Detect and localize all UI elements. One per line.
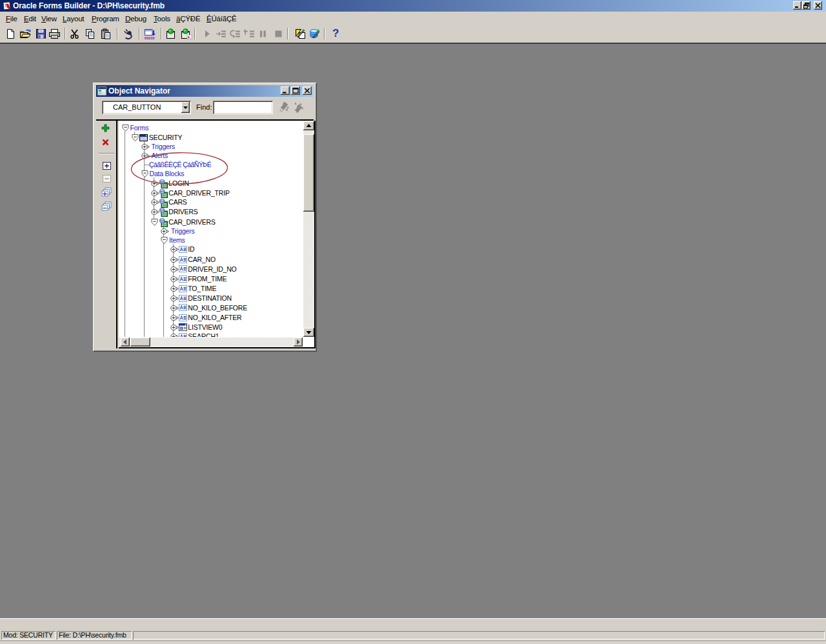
svg-text:01010: 01010 [145, 36, 154, 39]
svg-text:?: ? [332, 27, 339, 39]
